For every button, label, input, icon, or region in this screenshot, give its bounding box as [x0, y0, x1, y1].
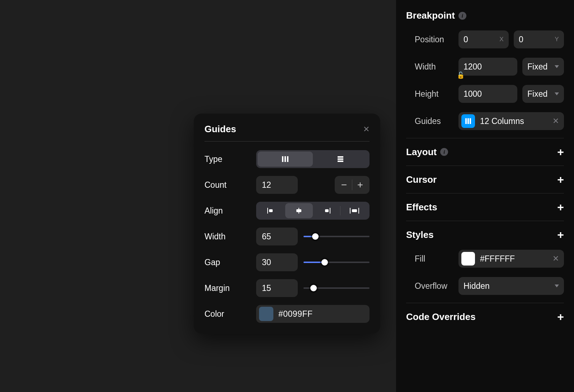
height-mode-select[interactable]: Fixed [522, 85, 564, 103]
svg-rect-5 [338, 161, 343, 162]
guide-type-rows-option[interactable] [313, 152, 368, 167]
count-value: 12 [262, 180, 271, 190]
margin-slider[interactable] [304, 279, 370, 297]
position-label: Position [406, 35, 453, 44]
align-left-option[interactable] [258, 203, 285, 218]
count-label: Count [204, 180, 250, 190]
guide-type-columns-option[interactable] [258, 152, 313, 167]
svg-rect-4 [338, 158, 343, 160]
info-icon[interactable]: i [440, 148, 448, 156]
height-label: Height [406, 89, 453, 99]
guides-width-value: 65 [262, 232, 271, 242]
align-right-option[interactable] [313, 203, 340, 218]
layout-header: Layout i + [406, 146, 564, 158]
svg-rect-2 [287, 156, 288, 162]
position-y-input[interactable]: 0 Y [514, 30, 564, 48]
guides-chip[interactable]: 12 Columns ✕ [458, 112, 564, 130]
svg-rect-15 [465, 118, 467, 124]
breakpoint-title: Breakpoint [406, 10, 455, 21]
count-decrement-button[interactable]: − [336, 179, 352, 191]
position-x-suffix: X [499, 36, 504, 43]
remove-guides-icon[interactable]: ✕ [552, 116, 559, 126]
align-center-option[interactable] [285, 203, 313, 218]
add-cursor-button[interactable]: + [557, 174, 564, 185]
position-y-suffix: Y [555, 36, 559, 43]
add-layout-button[interactable]: + [557, 146, 564, 158]
svg-rect-6 [267, 208, 268, 214]
height-value: 1000 [464, 89, 482, 99]
svg-rect-16 [467, 118, 469, 124]
count-increment-button[interactable]: + [352, 179, 368, 191]
height-mode-value: Fixed [527, 89, 547, 99]
count-input[interactable]: 12 [256, 176, 298, 194]
height-input[interactable]: 1000 [458, 85, 517, 103]
guides-width-input[interactable]: 65 [256, 228, 298, 245]
svg-rect-10 [330, 208, 330, 214]
svg-rect-13 [358, 208, 359, 214]
color-hex: #0099FF [278, 309, 313, 319]
styles-header: Styles + [406, 229, 564, 240]
position-x-input[interactable]: 0 X [458, 30, 509, 48]
guides-gap-row: Gap 30 [204, 253, 370, 271]
align-stretch-option[interactable] [340, 203, 368, 218]
align-center-icon [295, 208, 303, 214]
breakpoint-header: Breakpoint i [406, 10, 564, 21]
guides-label: Guides [406, 116, 453, 126]
overflow-select[interactable]: Hidden [458, 277, 564, 295]
width-mode-select[interactable]: Fixed [522, 58, 564, 76]
width-row: Width 1200 Fixed [406, 58, 564, 76]
chevron-down-icon [555, 92, 559, 95]
remove-fill-icon[interactable]: ✕ [552, 254, 559, 263]
rows-icon [337, 155, 344, 163]
type-label: Type [204, 154, 250, 164]
info-icon[interactable]: i [458, 12, 466, 20]
close-icon[interactable]: ✕ [363, 125, 370, 134]
styles-title: Styles [406, 229, 434, 240]
position-y-value: 0 [519, 35, 523, 44]
fill-swatch [461, 252, 475, 266]
svg-rect-3 [338, 156, 343, 158]
color-swatch [259, 307, 273, 321]
margin-input[interactable]: 15 [256, 279, 298, 297]
chevron-down-icon [555, 65, 559, 68]
cursor-header: Cursor + [406, 174, 564, 185]
guides-popover: Guides ✕ Type Count 12 − + [194, 114, 380, 334]
cursor-title: Cursor [406, 174, 437, 185]
add-code-override-button[interactable]: + [557, 311, 564, 322]
guides-align-row: Align [204, 202, 370, 220]
gap-input[interactable]: 30 [256, 253, 298, 271]
columns-icon [281, 155, 289, 163]
add-effect-button[interactable]: + [557, 201, 564, 213]
svg-rect-1 [284, 156, 286, 162]
align-right-icon [323, 208, 330, 214]
fill-chip[interactable]: #FFFFFF ✕ [458, 250, 564, 268]
guides-row: Guides 12 Columns ✕ [406, 112, 564, 130]
code-overrides-header: Code Overrides + [406, 311, 564, 322]
guides-color-picker[interactable]: #0099FF [256, 305, 370, 323]
code-overrides-title: Code Overrides [406, 311, 476, 322]
fill-row: Fill #FFFFFF ✕ [406, 250, 564, 268]
guides-chip-label: 12 Columns [480, 116, 547, 126]
chevron-down-icon [555, 285, 559, 287]
width-mode-value: Fixed [527, 62, 547, 72]
cursor-section: Cursor + [406, 166, 564, 193]
color-label: Color [204, 309, 250, 319]
guides-color-row: Color #0099FF [204, 305, 370, 323]
count-stepper: − + [335, 176, 370, 194]
guides-width-row: Width 65 [204, 228, 370, 245]
layout-title: Layout [406, 147, 437, 158]
effects-header: Effects + [406, 201, 564, 213]
svg-rect-14 [352, 209, 357, 212]
width-input[interactable]: 1200 [458, 58, 517, 76]
align-stretch-icon [350, 208, 359, 214]
fill-label: Fill [406, 254, 453, 264]
inspector-panel: Breakpoint i Position 0 X 0 Y Width [396, 0, 574, 392]
margin-value: 15 [262, 283, 271, 293]
styles-section: Styles + Fill #FFFFFF ✕ Overflow Hidden [406, 221, 564, 303]
effects-title: Effects [406, 202, 437, 213]
code-overrides-section: Code Overrides + [406, 303, 564, 330]
layout-section: Layout i + [406, 138, 564, 166]
guides-width-slider[interactable] [304, 228, 370, 245]
add-style-button[interactable]: + [557, 229, 564, 240]
gap-slider[interactable] [304, 253, 370, 271]
